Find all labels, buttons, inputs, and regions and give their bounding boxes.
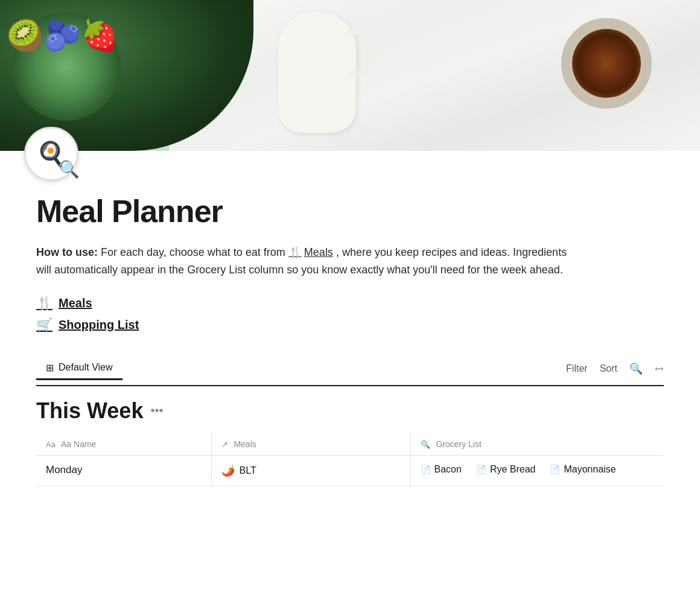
col-header-grocery: 🔍 Grocery List [410,433,664,456]
default-view-label: Default View [59,362,113,373]
meals-link-inline[interactable]: 🍴 Meals [288,244,333,261]
name-col-icon: Aa [46,440,56,449]
grocery-item: 📄 Rye Bread [476,464,536,475]
view-tabs: ⊞ Default View [36,357,122,380]
hero-pitcher [278,12,356,133]
table-toolbar: ⊞ Default View Filter Sort 🔍 ⤢ [36,357,664,386]
meal-item-icon: 🌶️ [221,464,235,477]
page-title: Meal Planner [36,193,664,229]
grocery-item-bacon: Bacon [434,464,462,475]
col-header-name: Aa Aa Name [36,433,211,456]
sort-button[interactable]: Sort [600,363,617,374]
cell-meals: 🌶️ BLT [211,455,410,486]
grocery-items: 📄 Bacon 📄 Rye Bread 📄 Mayonnaise [421,464,655,475]
grocery-item: 📄 Bacon [421,464,462,475]
grid-icon: ⊞ [46,362,54,374]
grocery-item-rye: Rye Bread [490,464,536,475]
how-to-use-label: How to use: [36,246,98,258]
section-header: This Week ••• [36,398,664,424]
filter-button[interactable]: Filter [566,363,588,374]
meals-nav-label: Meals [59,296,92,310]
grocery-item-mayo: Mayonnaise [564,464,616,475]
table-row: Monday 🌶️ BLT 📄 Bacon 📄 [36,455,664,486]
nav-link-shopping[interactable]: 🛒 Shopping List [36,317,664,333]
cell-name: Monday [36,455,211,486]
shopping-nav-label: Shopping List [59,318,139,332]
meals-link-icon: 🍴 [288,244,302,261]
app-logo: 🍳 [24,127,78,181]
meals-nav-icon: 🍴 [36,296,52,311]
expand-icon[interactable]: ⤢ [651,361,667,377]
logo-area: 🍳 [24,127,700,181]
doc-icon-rye: 📄 [476,465,486,474]
page-description: How to use: For each day, choose what to… [36,244,579,279]
search-icon[interactable]: 🔍 [629,362,643,375]
meals-col-arrow-icon: ↗ [221,440,228,449]
section-menu-icon[interactable]: ••• [150,404,163,418]
main-content: Meal Planner How to use: For each day, c… [0,181,700,511]
doc-icon-bacon: 📄 [421,465,431,474]
grocery-item: 📄 Mayonnaise [550,464,616,475]
hero-spice-bowl [561,18,652,109]
grocery-col-search-icon: 🔍 [421,440,430,449]
shopping-nav-icon: 🛒 [36,317,52,333]
meal-item: 🌶️ BLT [221,464,401,477]
section-title: This Week [36,398,143,424]
doc-icon-mayo: 📄 [550,465,560,474]
nav-link-meals[interactable]: 🍴 Meals [36,296,664,311]
meal-item-name: BLT [240,465,256,476]
cell-grocery: 📄 Bacon 📄 Rye Bread 📄 Mayonnaise [410,455,664,486]
description-text: For each day, choose what to eat from [101,246,285,258]
data-table: Aa Aa Name ↗ Meals 🔍 Grocery List Monday [36,433,664,486]
toolbar-actions: Filter Sort 🔍 ⤢ [566,362,664,375]
nav-links: 🍴 Meals 🛒 Shopping List [36,296,664,333]
col-header-meals: ↗ Meals [211,433,410,456]
tab-default-view[interactable]: ⊞ Default View [36,357,122,380]
